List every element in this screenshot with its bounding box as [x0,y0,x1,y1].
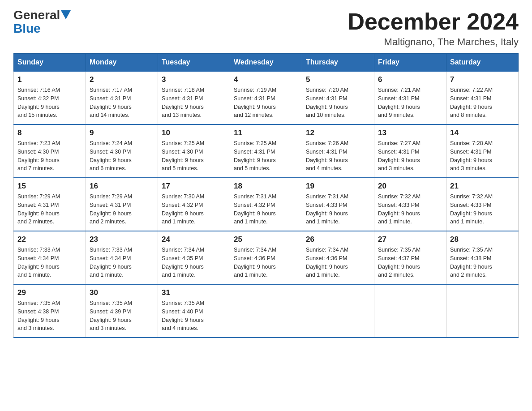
day-number: 7 [450,75,515,84]
table-row: 19 Sunrise: 7:31 AM Sunset: 4:33 PM Dayl… [302,178,374,231]
col-tuesday: Tuesday [158,54,230,72]
day-number: 2 [90,75,154,84]
day-number: 17 [162,182,226,191]
day-number: 5 [306,75,370,84]
table-row: 23 Sunrise: 7:33 AM Sunset: 4:34 PM Dayl… [86,231,158,284]
table-row [374,284,446,338]
day-number: 10 [162,128,226,137]
table-row: 9 Sunrise: 7:24 AM Sunset: 4:30 PM Dayli… [86,124,158,178]
logo-arrow-icon [61,10,71,19]
day-number: 30 [90,288,154,297]
day-number: 22 [17,235,82,244]
day-number: 29 [17,288,82,297]
day-number: 18 [234,182,298,191]
logo-blue: Blue [13,22,41,35]
day-number: 4 [234,75,298,84]
table-row: 18 Sunrise: 7:31 AM Sunset: 4:32 PM Dayl… [230,178,302,231]
table-row: 16 Sunrise: 7:29 AM Sunset: 4:31 PM Dayl… [86,178,158,231]
day-info: Sunrise: 7:35 AM Sunset: 4:40 PM Dayligh… [162,299,226,333]
day-number: 20 [378,182,442,191]
col-sunday: Sunday [14,54,86,72]
table-row: 4 Sunrise: 7:19 AM Sunset: 4:31 PM Dayli… [230,71,302,124]
table-row: 12 Sunrise: 7:26 AM Sunset: 4:31 PM Dayl… [302,124,374,178]
month-title: December 2024 [348,9,519,34]
table-row: 11 Sunrise: 7:25 AM Sunset: 4:31 PM Dayl… [230,124,302,178]
day-info: Sunrise: 7:16 AM Sunset: 4:32 PM Dayligh… [17,86,82,120]
day-number: 27 [378,235,442,244]
day-info: Sunrise: 7:34 AM Sunset: 4:36 PM Dayligh… [234,246,298,279]
table-row: 6 Sunrise: 7:21 AM Sunset: 4:31 PM Dayli… [374,71,446,124]
table-row: 2 Sunrise: 7:17 AM Sunset: 4:31 PM Dayli… [86,71,158,124]
table-row: 30 Sunrise: 7:35 AM Sunset: 4:39 PM Dayl… [86,284,158,338]
day-info: Sunrise: 7:35 AM Sunset: 4:38 PM Dayligh… [17,299,82,333]
table-row: 14 Sunrise: 7:28 AM Sunset: 4:31 PM Dayl… [446,124,519,178]
table-row: 24 Sunrise: 7:34 AM Sunset: 4:35 PM Dayl… [158,231,230,284]
logo: General Blue [13,9,71,35]
svg-marker-0 [61,10,71,19]
col-wednesday: Wednesday [230,54,302,72]
day-number: 15 [17,182,82,191]
day-info: Sunrise: 7:30 AM Sunset: 4:32 PM Dayligh… [162,193,226,226]
calendar-week-2: 8 Sunrise: 7:23 AM Sunset: 4:30 PM Dayli… [14,124,519,178]
col-friday: Friday [374,54,446,72]
day-info: Sunrise: 7:25 AM Sunset: 4:31 PM Dayligh… [234,139,298,173]
table-row: 25 Sunrise: 7:34 AM Sunset: 4:36 PM Dayl… [230,231,302,284]
table-row: 29 Sunrise: 7:35 AM Sunset: 4:38 PM Dayl… [14,284,86,338]
table-row: 3 Sunrise: 7:18 AM Sunset: 4:31 PM Dayli… [158,71,230,124]
table-row: 31 Sunrise: 7:35 AM Sunset: 4:40 PM Dayl… [158,284,230,338]
day-number: 13 [378,128,442,137]
table-row: 5 Sunrise: 7:20 AM Sunset: 4:31 PM Dayli… [302,71,374,124]
day-number: 14 [450,128,515,137]
page-header: General Blue December 2024 Maltignano, T… [13,9,519,48]
table-row [302,284,374,338]
table-row: 21 Sunrise: 7:32 AM Sunset: 4:33 PM Dayl… [446,178,519,231]
calendar-week-3: 15 Sunrise: 7:29 AM Sunset: 4:31 PM Dayl… [14,178,519,231]
day-number: 3 [162,75,226,84]
day-number: 31 [162,288,226,297]
day-info: Sunrise: 7:28 AM Sunset: 4:31 PM Dayligh… [450,139,515,173]
table-row: 7 Sunrise: 7:22 AM Sunset: 4:31 PM Dayli… [446,71,519,124]
day-info: Sunrise: 7:32 AM Sunset: 4:33 PM Dayligh… [450,193,515,226]
day-info: Sunrise: 7:22 AM Sunset: 4:31 PM Dayligh… [450,86,515,120]
day-info: Sunrise: 7:35 AM Sunset: 4:37 PM Dayligh… [378,246,442,279]
day-number: 16 [90,182,154,191]
day-number: 6 [378,75,442,84]
day-info: Sunrise: 7:34 AM Sunset: 4:36 PM Dayligh… [306,246,370,279]
day-info: Sunrise: 7:19 AM Sunset: 4:31 PM Dayligh… [234,86,298,120]
calendar-table: Sunday Monday Tuesday Wednesday Thursday… [13,53,519,338]
calendar-week-5: 29 Sunrise: 7:35 AM Sunset: 4:38 PM Dayl… [14,284,519,338]
table-row: 10 Sunrise: 7:25 AM Sunset: 4:30 PM Dayl… [158,124,230,178]
day-info: Sunrise: 7:35 AM Sunset: 4:39 PM Dayligh… [90,299,154,333]
day-info: Sunrise: 7:26 AM Sunset: 4:31 PM Dayligh… [306,139,370,173]
day-number: 26 [306,235,370,244]
table-row [230,284,302,338]
day-number: 24 [162,235,226,244]
day-number: 21 [450,182,515,191]
table-row: 17 Sunrise: 7:30 AM Sunset: 4:32 PM Dayl… [158,178,230,231]
col-monday: Monday [86,54,158,72]
table-row: 28 Sunrise: 7:35 AM Sunset: 4:38 PM Dayl… [446,231,519,284]
col-saturday: Saturday [446,54,519,72]
table-row: 26 Sunrise: 7:34 AM Sunset: 4:36 PM Dayl… [302,231,374,284]
day-info: Sunrise: 7:25 AM Sunset: 4:30 PM Dayligh… [162,139,226,173]
table-row: 15 Sunrise: 7:29 AM Sunset: 4:31 PM Dayl… [14,178,86,231]
logo-general: General [13,9,60,21]
table-row: 8 Sunrise: 7:23 AM Sunset: 4:30 PM Dayli… [14,124,86,178]
day-number: 23 [90,235,154,244]
day-number: 11 [234,128,298,137]
day-number: 25 [234,235,298,244]
table-row: 22 Sunrise: 7:33 AM Sunset: 4:34 PM Dayl… [14,231,86,284]
day-number: 1 [17,75,82,84]
table-row: 13 Sunrise: 7:27 AM Sunset: 4:31 PM Dayl… [374,124,446,178]
day-number: 19 [306,182,370,191]
calendar-week-1: 1 Sunrise: 7:16 AM Sunset: 4:32 PM Dayli… [14,71,519,124]
day-number: 12 [306,128,370,137]
day-info: Sunrise: 7:31 AM Sunset: 4:33 PM Dayligh… [306,193,370,226]
table-row: 1 Sunrise: 7:16 AM Sunset: 4:32 PM Dayli… [14,71,86,124]
day-info: Sunrise: 7:23 AM Sunset: 4:30 PM Dayligh… [17,139,82,173]
location: Maltignano, The Marches, Italy [348,36,519,48]
day-info: Sunrise: 7:32 AM Sunset: 4:33 PM Dayligh… [378,193,442,226]
title-block: December 2024 Maltignano, The Marches, I… [348,9,519,48]
table-row: 20 Sunrise: 7:32 AM Sunset: 4:33 PM Dayl… [374,178,446,231]
day-info: Sunrise: 7:29 AM Sunset: 4:31 PM Dayligh… [17,193,82,226]
